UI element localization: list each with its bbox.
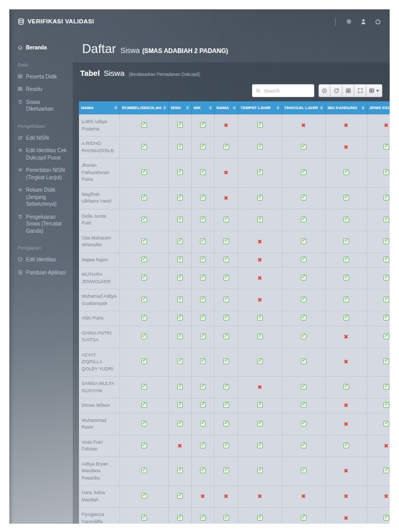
status-cell [168, 435, 191, 457]
student-name-cell: Dimas Wilson [79, 398, 119, 414]
sidebar-item-panduan-aplikasi[interactable]: Panduan Aplikasi [18, 269, 69, 276]
column-header[interactable]: NAMA [79, 101, 119, 115]
grid-icon [369, 88, 375, 94]
student-name-cell: Gita Maharani Wismuller [79, 231, 119, 252]
column-header[interactable]: NIK [191, 101, 214, 115]
status-cell [214, 289, 238, 311]
student-name-cell: Fiyogianza Farendiffa [79, 508, 119, 524]
check-icon [177, 515, 183, 521]
check-icon [200, 275, 206, 281]
check-icon [141, 402, 147, 408]
column-header[interactable]: NISN [168, 101, 191, 115]
check-icon [301, 169, 307, 175]
x-icon [257, 384, 262, 390]
sidebar-item-label: Edit Identitas Cek Dukcapil Pusat [26, 147, 69, 161]
sidebar-item-edit-identitas-cek-dukcapil[interactable]: Edit Identitas Cek Dukcapil Pusat [18, 147, 69, 161]
check-icon [200, 217, 206, 222]
check-icon [177, 297, 183, 302]
pagination-toggle-button[interactable] [318, 84, 330, 97]
status-cell [367, 413, 390, 435]
status-cell [282, 435, 325, 457]
sidebar-item-edit-identitas[interactable]: Edit Identitas [18, 256, 69, 263]
database-icon [18, 18, 24, 25]
sidebar-section-label: Data [18, 62, 69, 68]
sidebar-item-pengeluaran-siswa[interactable]: Pengeluaran Siswa (Tercatat Ganda) [18, 214, 69, 235]
status-cell [282, 158, 325, 188]
x-icon [343, 123, 348, 128]
sidebar-item-penerbitan-nisn[interactable]: Penerbitan NISN (Tingkat Lanjut) [18, 167, 69, 181]
status-cell [367, 457, 390, 486]
check-icon [257, 315, 263, 321]
status-cell [168, 377, 191, 398]
grid-icon [18, 86, 23, 91]
check-icon [141, 315, 147, 321]
check-icon [200, 315, 206, 321]
status-cell [325, 486, 367, 508]
user-menu-button[interactable] [360, 18, 367, 25]
table-row: Della Junita Putri [79, 209, 390, 231]
check-icon [200, 122, 206, 128]
status-cell [325, 252, 367, 268]
column-header[interactable]: JENIS KELAMIN [367, 101, 390, 115]
sidebar-item-rekam-didik[interactable]: Rekam Didik (Jenjang Sebelumnya) [18, 187, 69, 208]
status-cell [119, 158, 168, 188]
user-icon [360, 18, 367, 25]
status-cell [191, 187, 214, 209]
sidebar-item-edit-nisn[interactable]: Edit NISN [18, 135, 69, 142]
columns-button[interactable] [366, 84, 382, 97]
column-header-label: ROMBEL/SEKOLAH [122, 105, 162, 110]
x-icon [343, 334, 348, 340]
column-header-label: JENIS KELAMIN [369, 105, 390, 110]
check-icon [177, 384, 183, 390]
check-icon [257, 169, 263, 175]
refresh-button[interactable] [330, 84, 342, 97]
status-cell [214, 311, 238, 326]
settings-button[interactable] [345, 18, 352, 25]
check-icon [343, 238, 349, 244]
column-header[interactable]: TANGGAL LAHIR [282, 101, 325, 115]
status-cell [168, 137, 191, 158]
status-cell [367, 377, 390, 398]
sidebar-item-peserta-didik[interactable]: Peserta Didik [18, 73, 69, 81]
toggle-view-button[interactable] [342, 84, 354, 97]
check-icon [383, 144, 389, 150]
sidebar-item-siswa-dikeluarkan[interactable]: Siswa Dikeluarkan [18, 99, 69, 113]
logout-button[interactable] [375, 18, 381, 25]
check-icon [223, 144, 229, 150]
topbar-actions [335, 17, 381, 25]
sidebar-section-label: Pengajuan [18, 245, 69, 250]
trash-icon [18, 214, 23, 219]
status-cell [325, 398, 367, 414]
home-icon [18, 45, 23, 50]
column-header[interactable]: TEMPAT LAHIR [238, 101, 282, 115]
check-icon [223, 334, 229, 339]
status-cell [168, 311, 191, 326]
sidebar-item-beranda[interactable]: Beranda [18, 44, 69, 51]
column-header[interactable]: IBU KANDUNG [325, 101, 367, 115]
check-icon [200, 402, 206, 408]
check-icon [141, 122, 147, 128]
status-cell [119, 348, 168, 377]
table-row: Dimas Wilson [79, 398, 390, 414]
student-name-cell: Viola Putri Febrian [79, 435, 119, 457]
column-header[interactable]: NAMA [214, 101, 238, 115]
sidebar-item-label: Residu [26, 86, 42, 93]
status-cell [238, 435, 282, 457]
check-icon [383, 515, 389, 521]
fullscreen-button[interactable] [354, 84, 366, 97]
column-header[interactable]: ROMBEL/SEKOLAH [119, 101, 168, 115]
search-input[interactable] [263, 87, 311, 94]
x-icon [257, 239, 262, 245]
check-icon [177, 169, 183, 175]
app-brand[interactable]: VERIFIKASI VALIDASI [18, 18, 94, 25]
status-cell [282, 231, 325, 252]
sort-icon [320, 106, 323, 110]
check-icon [383, 169, 389, 175]
sidebar-item-residu[interactable]: Residu [18, 86, 69, 93]
student-name-cell: Luthfi Aditya Pratama [79, 115, 119, 137]
check-icon [200, 195, 206, 201]
status-cell [214, 348, 238, 377]
status-cell [119, 326, 168, 348]
status-cell [282, 252, 325, 268]
sort-icon [209, 106, 212, 110]
